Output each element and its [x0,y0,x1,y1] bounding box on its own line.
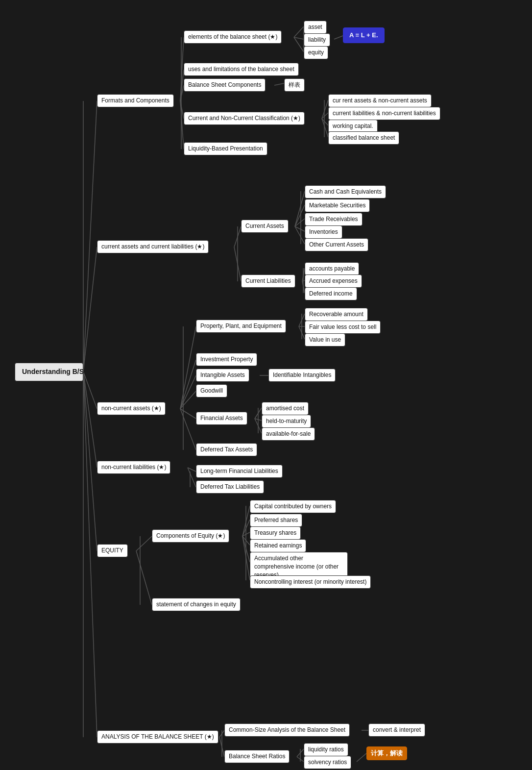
investment-prop-node: Investment Property [196,353,257,366]
svg-line-73 [357,753,366,762]
balance-ratios-node: Balance Sheet Ratios [224,750,290,763]
svg-line-5 [83,372,97,737]
marketable-node: Marketable Securities [305,199,370,212]
liability-node: liability [304,33,330,47]
liquidity-based-node: Liquidity-Based Presentation [184,142,267,155]
current-assets-node: Current Assets [241,220,289,233]
non-current-assets-node: non-current assets (★) [97,402,166,415]
fair-value-node: Fair value less cost to sell [305,321,381,334]
intangible-assets-node: Intangible Assets [196,369,249,382]
mind-map: Understanding B/S Formats and Components… [0,0,532,770]
cash-node: Cash and Cash Equivalents [305,185,386,199]
recoverable-node: Recoverable amount [305,308,368,321]
root-node: Understanding B/S [15,363,83,381]
longterm-fin-liab-node: Long-term Financial Liabilities [196,465,283,478]
formula-node: A = L + E. [343,27,385,43]
current-non-current-node: Current and Non-Current Classification (… [184,112,305,125]
available-for-sale-node: available-for-sale [262,427,315,441]
preferred-shares-node: Preferred shares [250,514,302,527]
retained-earnings-node: Retained earnings [250,539,306,552]
svg-line-39 [180,375,196,409]
svg-line-18 [274,83,284,85]
financial-assets-node: Financial Assets [196,412,247,425]
ppe-node: Property, Plant, and Equipment [196,320,286,333]
uses-limitations-node: uses and limitations of the balance shee… [184,63,299,76]
cur-rent-node: cur rent assets & non-current assets [328,94,432,107]
equity-node: EQUITY [97,544,128,557]
elements-balance-node: elements of the balance sheet (★) [184,30,282,44]
svg-line-17 [334,36,343,39]
classified-balance-node: classified balance sheet [328,131,399,145]
svg-line-22 [322,119,328,137]
asset-node: asset [304,21,327,34]
current-liabilities-node: Current Liabilities [241,274,295,288]
svg-line-15 [294,37,304,52]
amortised-node: amortised cost [262,402,309,415]
trade-rec-node: Trade Receivables [305,213,363,226]
value-in-use-node: Value in use [305,333,345,347]
liquidity-ratios-node: liquidity ratios [304,743,348,756]
non-current-liabilities-node: non-current liabilities (★) [97,461,170,474]
deferred-tax-liab-node: Deferred Tax Liabilities [196,480,264,494]
svg-line-41 [180,409,196,419]
analysis-node: ANALYSIS OF THE BALANCE SHEET (★) [97,730,218,744]
convert-interpret-node: convert & interpret [368,723,425,737]
noncontrolling-node: Noncontrolling interest (or minority int… [250,575,371,589]
deferred-tax-assets-node: Deferred Tax Assets [196,443,257,456]
sample-table-node: 样表 [284,78,305,92]
svg-line-4 [83,372,97,551]
working-capital-node: working capital. [328,120,378,133]
balance-sheet-comp-node: Balance Sheet Components [184,78,266,92]
equity-item-node: equity [304,46,328,59]
components-equity-node: Components of Equity (★) [152,529,229,543]
svg-line-40 [180,391,196,409]
svg-line-57 [136,551,152,605]
other-current-node: Other Current Assets [305,238,368,251]
deferred-income-node: Deferred income [305,287,357,300]
treasury-shares-node: Treasury shares [250,526,301,540]
common-size-node: Common-Size Analysis of the Balance Shee… [224,723,350,737]
svg-line-42 [180,409,196,450]
identifiable-node: Identifiable Intangibles [268,369,336,382]
svg-line-56 [136,536,152,551]
capital-contrib-node: Capital contributed by owners [250,500,336,513]
formats-components-node: Formats and Components [97,94,174,107]
svg-line-1 [83,247,97,372]
accounts-payable-node: accounts payable [305,262,359,275]
statement-changes-node: statement of changes in equity [152,598,241,611]
calc-interpret-node: 计算，解读 [366,746,407,760]
goodwill-node: Goodwill [196,384,227,397]
svg-line-13 [294,26,304,37]
held-to-maturity-node: held-to-maturity [262,415,311,428]
solvency-ratios-node: solvency ratios [304,756,351,769]
inventories-node: Inventories [305,225,342,239]
current-assets-liabilities-node: current assets and current liabilities (… [97,240,209,253]
svg-line-0 [83,101,97,372]
accrued-node: Accrued expenses [305,274,362,288]
current-liab-non-node: current liabilities & non-current liabil… [328,107,440,120]
